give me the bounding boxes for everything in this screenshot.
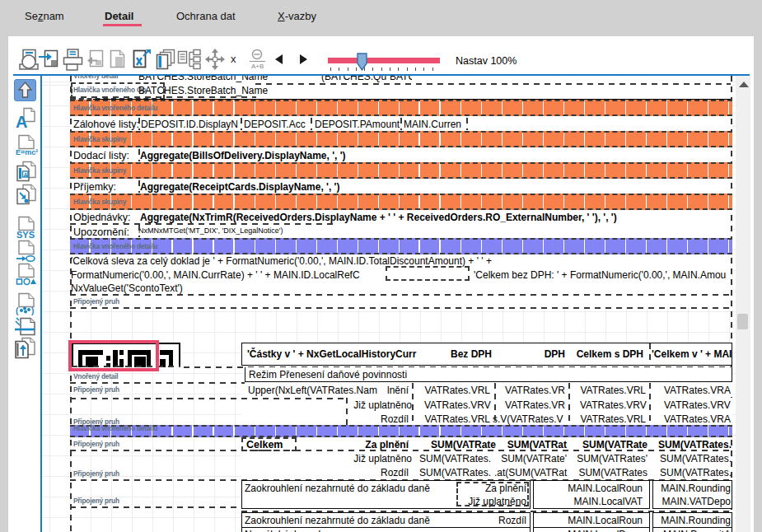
svg-text:E=mc²: E=mc² [16,148,38,156]
svg-text:A: A [16,113,27,131]
svg-text:SYS: SYS [16,230,35,240]
svg-text:(: ( [16,306,19,315]
svg-text:A: A [24,172,28,178]
svg-text:): ) [31,306,34,315]
svg-text:A+B: A+B [251,63,264,70]
